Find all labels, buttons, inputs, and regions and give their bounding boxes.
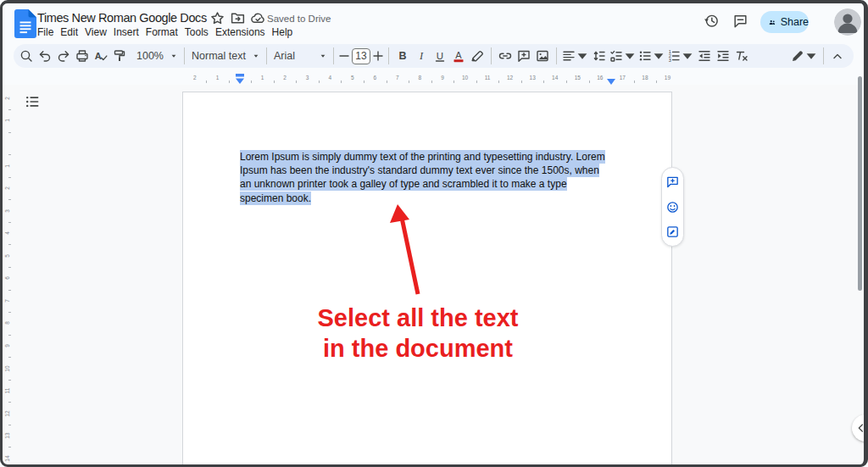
spellcheck-icon: A [93, 48, 108, 64]
scrollbar-thumb[interactable] [858, 76, 862, 291]
ruler-number: 10 [4, 365, 11, 372]
increase-font-size-icon [370, 48, 386, 64]
underline-button[interactable]: U [431, 46, 449, 66]
emoji-reaction-button[interactable] [665, 200, 680, 214]
text-color-button[interactable]: A [449, 46, 468, 66]
right-indent-marker[interactable] [607, 75, 615, 83]
search-button[interactable] [17, 46, 36, 66]
selected-text[interactable]: specimen book. [240, 192, 311, 205]
menu-insert[interactable]: Insert [110, 25, 142, 39]
selected-text[interactable]: Ipsum has been the industry's standard d… [240, 164, 599, 177]
version-history-icon[interactable] [704, 13, 720, 29]
line-spacing-button[interactable] [590, 46, 609, 66]
ruler-number: 9 [441, 75, 444, 81]
cloud-saved-icon[interactable] [250, 10, 266, 26]
add-comment-button[interactable] [665, 175, 680, 189]
text-line[interactable]: specimen book. [240, 192, 623, 205]
font-family-select[interactable]: Arial [271, 46, 329, 66]
undo-button[interactable] [36, 46, 54, 66]
collapse-toolbar-button[interactable] [828, 46, 847, 66]
highlight-color-button[interactable] [468, 46, 487, 66]
add-comment-button[interactable] [515, 46, 533, 66]
document-page[interactable]: Lorem Ipsum is simply dummy text of the … [182, 92, 672, 467]
ruler-number: 7 [4, 297, 11, 304]
ruler-number: 14 [4, 455, 11, 462]
spellcheck-button[interactable]: A [92, 46, 110, 66]
zoom-select[interactable]: 100% [134, 46, 180, 66]
toolbar-divider [823, 47, 824, 64]
ruler-number: 12 [4, 410, 11, 417]
document-text[interactable]: Lorem Ipsum is simply dummy text of the … [240, 150, 623, 205]
ruler-number: 2 [193, 75, 197, 81]
toolbar-divider [333, 47, 334, 64]
menu-edit[interactable]: Edit [57, 25, 81, 39]
document-title[interactable]: Times New Roman Google Docs [37, 11, 207, 25]
align-left-button[interactable] [561, 46, 590, 66]
ruler-number: 2 [4, 95, 11, 102]
share-people-icon [768, 16, 776, 29]
star-icon[interactable] [209, 10, 225, 26]
text-line[interactable]: Lorem Ipsum is simply dummy text of the … [240, 150, 623, 164]
increase-font-size-button[interactable] [372, 46, 384, 66]
numbered-list-button[interactable]: 123 [666, 46, 695, 66]
font-family-select-value: Arial [274, 50, 314, 62]
clear-formatting-button[interactable] [732, 46, 751, 66]
ruler-number: 3 [306, 75, 309, 81]
ruler-number: 14 [552, 75, 558, 81]
svg-text:U: U [437, 51, 443, 61]
ruler-number: 1 [4, 163, 11, 170]
left-indent-marker[interactable] [236, 73, 244, 84]
ruler-number: 13 [4, 432, 11, 439]
selected-text[interactable]: an unknown printer took a galley of type… [240, 177, 567, 191]
chevron-left-icon [854, 421, 868, 435]
checklist-button[interactable] [609, 46, 637, 66]
redo-button[interactable] [54, 46, 73, 66]
bullet-list-button[interactable] [637, 46, 666, 66]
share-button[interactable]: Share [760, 11, 809, 33]
increase-indent-button[interactable] [714, 46, 732, 66]
print-button[interactable] [73, 46, 92, 66]
suggest-edits-button[interactable] [665, 225, 680, 239]
paragraph-style-select[interactable]: Normal text [189, 46, 262, 66]
svg-text:A: A [455, 50, 462, 60]
menu-help[interactable]: Help [269, 25, 297, 39]
insert-link-button[interactable] [496, 46, 515, 66]
saved-status[interactable]: Saved to Drive [267, 14, 331, 24]
horizontal-ruler[interactable]: 2112345678910111213141516171819 [182, 72, 672, 85]
editing-mode-pen-button[interactable] [790, 46, 819, 66]
paint-format-button[interactable] [110, 46, 129, 66]
decrease-indent-icon [697, 48, 712, 64]
insert-image-button[interactable] [533, 46, 552, 66]
decrease-indent-button[interactable] [695, 46, 714, 66]
italic-icon: I [414, 48, 429, 64]
ruler-number: 1 [4, 117, 11, 124]
ruler-number: 5 [351, 75, 354, 81]
menu-extensions[interactable]: Extensions [212, 25, 269, 39]
menu-view[interactable]: View [81, 25, 110, 39]
selected-text[interactable]: Lorem Ipsum is simply dummy text of the … [240, 150, 605, 164]
ruler-number: 8 [419, 75, 422, 81]
ruler-number: 1 [261, 75, 264, 81]
font-size-input[interactable]: 13 [352, 48, 370, 64]
insert-link-icon [498, 48, 513, 64]
ruler-number: 13 [530, 75, 536, 81]
text-color-icon: A [451, 48, 466, 64]
ruler-number: 2 [283, 75, 287, 81]
menu-tools[interactable]: Tools [181, 25, 212, 39]
ruler-number: 2 [4, 185, 11, 192]
document-outline-icon[interactable] [24, 93, 41, 110]
bold-button[interactable]: B [393, 46, 412, 66]
decrease-font-size-button[interactable] [338, 46, 350, 66]
comments-icon[interactable] [732, 13, 748, 29]
text-line[interactable]: Ipsum has been the industry's standard d… [240, 164, 623, 177]
text-line[interactable]: an unknown printer took a galley of type… [240, 177, 623, 191]
user-avatar[interactable] [834, 8, 861, 36]
menu-format[interactable]: Format [142, 25, 181, 39]
italic-button[interactable]: I [412, 46, 431, 66]
toolbar-divider [388, 47, 389, 64]
ruler-number: 10 [462, 75, 468, 81]
vertical-ruler[interactable]: 211234567891011121314 [3, 85, 13, 464]
menu-file[interactable]: File [34, 25, 57, 39]
move-folder-icon[interactable] [230, 10, 246, 26]
menu-bar: FileEditViewInsertFormatToolsExtensionsH… [34, 25, 296, 39]
